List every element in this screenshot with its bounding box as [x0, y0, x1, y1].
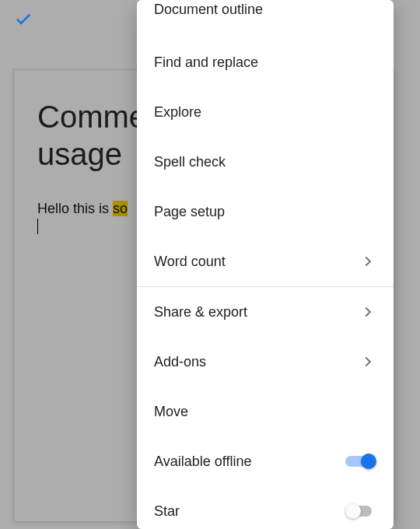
checkmark-icon[interactable] [12, 8, 34, 30]
menu-item-label: Add-ons [154, 354, 206, 370]
menu-item-label: Page setup [154, 204, 225, 220]
menu-item-label: Explore [154, 104, 201, 121]
overflow-menu: Document outline Find and replace Explor… [137, 0, 394, 529]
toggle-star[interactable] [345, 502, 376, 520]
menu-section-1: Document outline Find and replace Explor… [137, 0, 394, 286]
toggle-thumb [345, 503, 361, 519]
toggle-available-offline[interactable] [345, 452, 376, 471]
menu-item-label: Share & export [154, 304, 247, 321]
menu-item-available-offline[interactable]: Available offline [137, 436, 394, 486]
toggle-thumb [361, 454, 376, 469]
menu-item-label: Word count [154, 254, 226, 270]
menu-item-label: Move [154, 404, 188, 420]
menu-item-label: Find and replace [154, 54, 258, 71]
menu-item-word-count[interactable]: Word count [137, 236, 394, 286]
menu-item-find-replace[interactable]: Find and replace [137, 37, 394, 87]
menu-item-document-outline[interactable]: Document outline [137, 0, 394, 37]
menu-item-label: Star [154, 503, 180, 520]
menu-item-label: Document outline [154, 2, 263, 18]
chevron-right-icon [359, 253, 376, 270]
chevron-right-icon [359, 303, 376, 321]
chevron-right-icon [359, 353, 376, 370]
menu-section-2: Share & export Add-ons Move Available of… [137, 287, 394, 529]
menu-item-move[interactable]: Move [137, 387, 394, 436]
menu-item-share-export[interactable]: Share & export [137, 287, 394, 337]
menu-item-spell-check[interactable]: Spell check [137, 137, 394, 187]
menu-item-add-ons[interactable]: Add-ons [137, 337, 394, 387]
menu-item-explore[interactable]: Explore [137, 87, 394, 137]
menu-item-star[interactable]: Star [137, 486, 394, 529]
menu-item-page-setup[interactable]: Page setup [137, 187, 394, 236]
menu-item-label: Available offline [154, 454, 251, 470]
menu-item-label: Spell check [154, 154, 226, 170]
